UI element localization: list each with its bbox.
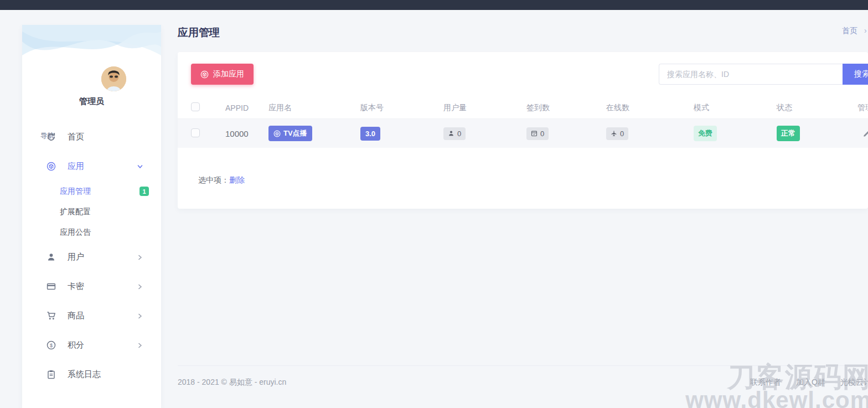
coin-icon: $ bbox=[46, 340, 56, 350]
users-count-value: 0 bbox=[457, 130, 461, 138]
online-count-badge: 0 bbox=[606, 127, 628, 140]
breadcrumb: 首页› bbox=[842, 26, 867, 36]
sidebar-item-label: 首页 bbox=[68, 132, 84, 142]
sidebar-item-users[interactable]: 用户 bbox=[22, 242, 161, 272]
column-header-appid: APPID bbox=[225, 104, 268, 112]
users-count-badge: 0 bbox=[443, 127, 466, 140]
sidebar-subitem-label: 应用管理 bbox=[60, 187, 91, 197]
edit-pencil-icon[interactable] bbox=[862, 130, 868, 138]
sidebar-subitem-app-management[interactable]: 应用管理 1 bbox=[22, 181, 161, 202]
sidebar-item-points[interactable]: $ 积分 bbox=[22, 330, 161, 360]
column-header-checkins: 签到数 bbox=[526, 103, 606, 113]
person-icon bbox=[448, 130, 454, 137]
sidebar-item-label: 应用 bbox=[68, 161, 84, 172]
sidebar-wave-decoration bbox=[22, 25, 161, 78]
sidebar-subitem-label: 应用公告 bbox=[60, 228, 91, 237]
search-button[interactable]: 搜索 bbox=[843, 64, 868, 85]
chevron-right-icon bbox=[137, 313, 143, 319]
chevron-right-icon bbox=[137, 283, 143, 290]
footer-link-join-qq-group[interactable]: 加入Q群 bbox=[796, 378, 825, 386]
top-bar bbox=[0, 0, 868, 10]
delete-selected-link[interactable]: 删除 bbox=[229, 175, 245, 184]
svg-text:$: $ bbox=[50, 343, 53, 348]
page-title: 应用管理 bbox=[178, 25, 220, 40]
footer-link-cloud[interactable]: 光棱云计算 bbox=[840, 378, 868, 386]
breadcrumb-separator: › bbox=[864, 26, 867, 35]
sidebar-item-cards[interactable]: 卡密 bbox=[22, 272, 161, 301]
sidebar-item-label: 积分 bbox=[68, 340, 84, 350]
count-badge: 1 bbox=[140, 187, 149, 196]
mode-badge: 免费 bbox=[694, 126, 717, 141]
checkins-count-value: 0 bbox=[540, 130, 544, 138]
select-all-checkbox[interactable] bbox=[191, 102, 200, 111]
column-header-users: 用户量 bbox=[443, 103, 526, 113]
add-app-button[interactable]: 添加应用 bbox=[191, 64, 254, 85]
sidebar-item-apps[interactable]: 应用 bbox=[22, 152, 161, 181]
refresh-icon bbox=[46, 132, 56, 142]
calendar-check-icon bbox=[531, 130, 538, 137]
sidebar-item-home[interactable]: 首页 bbox=[22, 122, 161, 152]
watermark-site-url: www.dkewl.com bbox=[685, 390, 868, 408]
selection-actions: 选中项：删除 bbox=[198, 175, 245, 185]
column-header-app-name: 应用名 bbox=[268, 103, 360, 113]
sidebar-subitem-label: 扩展配置 bbox=[60, 207, 91, 217]
sidebar-item-label: 商品 bbox=[68, 311, 84, 321]
flight-icon bbox=[611, 130, 617, 137]
online-count-value: 0 bbox=[620, 130, 624, 138]
sidebar-item-system-logs[interactable]: 系统日志 bbox=[22, 360, 161, 389]
add-app-button-label: 添加应用 bbox=[213, 69, 244, 79]
table-row: 10000 TV点播 3.0 0 bbox=[178, 119, 868, 148]
app-name-label: TV点播 bbox=[283, 128, 307, 138]
footer-links: 联系作者加入Q群光棱云计算 bbox=[750, 378, 868, 388]
sidebar-item-goods[interactable]: 商品 bbox=[22, 301, 161, 330]
column-header-status: 状态 bbox=[777, 103, 840, 113]
credit-card-icon bbox=[46, 282, 56, 291]
selection-label: 选中项： bbox=[198, 175, 229, 184]
sidebar-item-label: 系统日志 bbox=[68, 369, 101, 380]
circled-cube-icon bbox=[200, 70, 209, 79]
avatar[interactable] bbox=[101, 66, 126, 91]
app-management-card: 添加应用 搜索 APPID 应用名 版本号 用户量 签到数 在线数 模式 状态 … bbox=[178, 52, 868, 209]
clipboard-icon bbox=[46, 370, 56, 379]
user-name: 管理员 bbox=[22, 96, 161, 107]
footer-copyright: 2018 - 2021 © 易如意 - eruyi.cn bbox=[178, 378, 286, 388]
footer-divider bbox=[178, 365, 868, 366]
status-badge: 正常 bbox=[777, 126, 800, 141]
chevron-right-icon bbox=[137, 254, 143, 261]
chevron-down-icon bbox=[137, 163, 143, 170]
search-input[interactable] bbox=[659, 64, 843, 85]
chevron-right-icon bbox=[137, 342, 143, 349]
column-header-version: 版本号 bbox=[360, 103, 443, 113]
sidebar: 管理员 导航 首页 应用 应用管理 1 扩展配置 应用公告 bbox=[22, 25, 161, 408]
column-header-online: 在线数 bbox=[606, 103, 694, 113]
table-header-row: APPID 应用名 版本号 用户量 签到数 在线数 模式 状态 管理 bbox=[178, 97, 868, 119]
row-checkbox[interactable] bbox=[191, 128, 200, 137]
app-name-badge: TV点播 bbox=[268, 126, 312, 141]
checkins-count-badge: 0 bbox=[526, 127, 549, 140]
cell-appid: 10000 bbox=[225, 129, 268, 138]
user-icon bbox=[46, 252, 56, 262]
sidebar-item-label: 卡密 bbox=[68, 281, 84, 292]
sidebar-subitem-extension-config[interactable]: 扩展配置 bbox=[22, 202, 161, 222]
circled-cube-icon bbox=[46, 162, 56, 171]
breadcrumb-home-link[interactable]: 首页 bbox=[842, 26, 857, 35]
cart-icon bbox=[46, 311, 56, 321]
sidebar-item-label: 用户 bbox=[68, 252, 84, 262]
sidebar-nav: 首页 应用 应用管理 1 扩展配置 应用公告 用户 bbox=[22, 122, 161, 389]
version-badge: 3.0 bbox=[360, 127, 380, 141]
footer-link-contact-author[interactable]: 联系作者 bbox=[750, 378, 781, 386]
column-header-mode: 模式 bbox=[694, 103, 777, 113]
sidebar-subitem-app-announcement[interactable]: 应用公告 bbox=[22, 222, 161, 242]
circled-cube-icon bbox=[273, 130, 281, 137]
column-header-manage: 管理 bbox=[857, 103, 868, 113]
